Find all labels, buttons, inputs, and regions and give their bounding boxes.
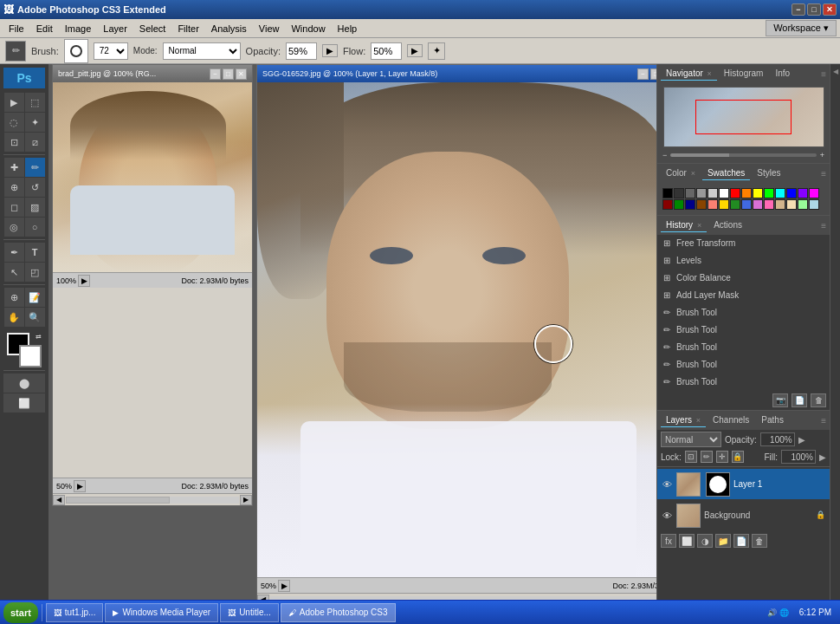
marquee-tool[interactable]: ⬚ [25, 93, 45, 112]
layers-panel-menu[interactable]: ≡ [821, 416, 826, 426]
background-layer-item[interactable]: 👁 Background 🔒 [657, 500, 830, 531]
opacity-arrow[interactable]: ▶ [322, 44, 338, 57]
layer-delete-btn[interactable]: 🗑 [752, 534, 767, 548]
navigator-panel-menu[interactable]: ≡ [821, 69, 826, 79]
swatch-orange[interactable] [741, 188, 752, 198]
swatch-magenta[interactable] [809, 188, 819, 198]
menu-select[interactable]: Select [134, 22, 171, 36]
swatch-dark-blue[interactable] [685, 199, 695, 210]
tab-history[interactable]: History × [661, 218, 707, 232]
swatch-dark-gray[interactable] [674, 188, 684, 198]
swatch-salmon[interactable] [708, 199, 718, 210]
brad-zoom-bottom-btn[interactable]: ▶ [74, 480, 86, 492]
taskbar-item-wmp[interactable]: ▶ Windows Media Player [105, 603, 218, 622]
brad-close-btn[interactable]: ✕ [236, 68, 247, 80]
tab-layers[interactable]: Layers × [661, 413, 706, 427]
lock-all-btn[interactable]: 🔒 [732, 451, 744, 463]
history-new-doc-btn[interactable]: 📄 [792, 393, 807, 407]
tab-color[interactable]: Color × [661, 166, 701, 180]
brush-size-select[interactable]: 72 [94, 42, 128, 60]
swatch-green[interactable] [764, 188, 774, 198]
notes-tool[interactable]: 📝 [25, 288, 45, 307]
swatch-red[interactable] [730, 188, 740, 198]
swatch-dark-green[interactable] [674, 199, 684, 210]
eyedropper-tool[interactable]: ⊕ [4, 288, 24, 307]
sgg-zoom-btn[interactable]: ▶ [278, 580, 290, 592]
path-select-tool[interactable]: ↖ [4, 263, 24, 282]
layer-1-visibility[interactable]: 👁 [661, 478, 673, 491]
airbrush-button[interactable]: ✦ [428, 42, 445, 60]
swatch-cyan[interactable] [775, 188, 785, 198]
quick-mask-tool[interactable]: ⬤ [3, 374, 45, 393]
history-item[interactable]: ⊞ Levels [657, 252, 830, 270]
heal-tool[interactable]: ✚ [4, 158, 24, 177]
brush-preview[interactable] [64, 39, 88, 63]
swatch-light-blue[interactable] [809, 199, 819, 210]
history-item[interactable]: ✏ Brush Tool [657, 339, 830, 356]
move-tool[interactable]: ▶ [4, 93, 24, 112]
color-panel-menu[interactable]: ≡ [821, 169, 826, 179]
swatch-forest-green[interactable] [730, 199, 740, 210]
history-item[interactable]: ✏ Brush Tool [657, 304, 830, 322]
swatch-dark-red[interactable] [662, 199, 673, 210]
brad-minimize-btn[interactable]: − [210, 68, 221, 80]
tab-styles[interactable]: Styles [752, 166, 785, 180]
opacity-input[interactable] [286, 42, 317, 60]
brad-scroll-left[interactable]: ◀ [53, 495, 65, 505]
lock-pixels-btn[interactable]: ✏ [701, 451, 713, 463]
gradient-tool[interactable]: ▨ [25, 198, 45, 217]
swatch-yellow[interactable] [753, 188, 763, 198]
brad-scrollbar-h[interactable] [66, 497, 239, 504]
taskbar-item-ps[interactable]: 🖌 Adobe Photoshop CS3 [281, 603, 396, 622]
layer-opacity-input[interactable] [760, 432, 795, 446]
zoom-out-icon[interactable]: − [662, 151, 667, 159]
clone-stamp-tool[interactable]: ⊕ [4, 178, 24, 197]
history-item[interactable]: ⊞ Color Balance [657, 270, 830, 287]
tab-channels[interactable]: Channels [708, 413, 754, 427]
brad-window-title-bar[interactable]: brad_pitt.jpg @ 100% (RG... − □ ✕ [53, 65, 252, 82]
zoom-tool-btn[interactable]: 🔍 [25, 308, 45, 327]
layer-mask-btn[interactable]: ⬜ [679, 534, 695, 548]
swatch-gray[interactable] [685, 188, 695, 198]
tab-paths[interactable]: Paths [756, 413, 789, 427]
brad-scroll-right[interactable]: ▶ [240, 495, 252, 505]
flow-arrow[interactable]: ▶ [407, 44, 423, 57]
history-item[interactable]: ✏ Brush Tool [657, 374, 830, 391]
tab-navigator[interactable]: Navigator × [661, 67, 717, 81]
panel-collapse-btn[interactable]: ◀ [831, 68, 840, 76]
history-panel-menu[interactable]: ≡ [821, 221, 826, 231]
eraser-tool[interactable]: ◻ [4, 198, 24, 217]
sgg-minimize-btn[interactable]: − [637, 68, 649, 80]
menu-image[interactable]: Image [60, 22, 97, 36]
sgg-window-title-bar[interactable]: SGG-016529.jpg @ 100% (Layer 1, Layer Ma… [257, 65, 656, 82]
swatch-gold[interactable] [719, 199, 729, 210]
history-item[interactable]: ✏ Brush Tool [657, 356, 830, 374]
background-layer-visibility[interactable]: 👁 [661, 510, 673, 522]
zoom-in-icon[interactable]: + [820, 151, 824, 159]
swatch-pale-green[interactable] [798, 199, 808, 210]
crop-tool[interactable]: ⊡ [4, 133, 24, 152]
menu-analysis[interactable]: Analysis [206, 22, 252, 36]
history-item[interactable]: ⊞ Add Layer Mask [657, 287, 830, 304]
magic-wand-tool[interactable]: ✦ [25, 113, 45, 132]
menu-window[interactable]: Window [286, 22, 330, 36]
history-item[interactable]: ⊞ Free Transform [657, 235, 830, 252]
background-color[interactable] [19, 345, 42, 367]
swatch-wheat[interactable] [786, 199, 797, 210]
dodge-tool[interactable]: ○ [25, 218, 45, 237]
menu-filter[interactable]: Filter [172, 22, 204, 36]
lock-transparent-btn[interactable]: ⊡ [685, 451, 697, 463]
tab-info[interactable]: Info [770, 67, 795, 81]
history-delete-btn[interactable]: 🗑 [811, 393, 826, 407]
swatch-purple[interactable] [798, 188, 808, 198]
menu-file[interactable]: File [3, 22, 29, 36]
swatch-tan[interactable] [775, 199, 785, 210]
brad-canvas[interactable] [53, 82, 252, 272]
start-button[interactable]: start [3, 602, 38, 623]
taskbar-item-untitled[interactable]: 🖼 Untitle... [220, 603, 279, 622]
layer-fx-btn[interactable]: fx [661, 534, 676, 548]
lasso-tool[interactable]: ◌ [4, 113, 24, 132]
nav-zoom-slider[interactable] [670, 153, 816, 157]
swatch-light-gray[interactable] [696, 188, 707, 198]
blend-mode-select[interactable]: Normal Dissolve Multiply Screen Overlay [163, 42, 241, 60]
